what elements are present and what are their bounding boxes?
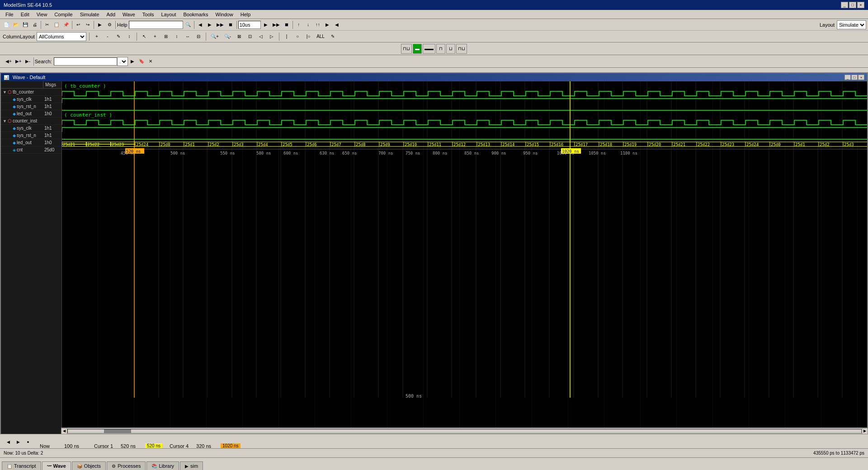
- tb-btn4[interactable]: ⏹: [226, 20, 235, 30]
- compile-btn[interactable]: ▶: [95, 20, 104, 30]
- save-btn[interactable]: 💾: [21, 20, 30, 30]
- wave-btn1[interactable]: ↑: [294, 20, 303, 30]
- wave-ctrl-btn1[interactable]: ◀: [4, 438, 13, 446]
- h-scroll-thumb[interactable]: [104, 429, 131, 433]
- tab-wave[interactable]: 〰 Wave: [42, 461, 71, 470]
- sim-btn[interactable]: ⚙: [105, 20, 114, 30]
- print-btn[interactable]: 🖨: [30, 20, 39, 30]
- stop-btn[interactable]: ⏹: [282, 20, 291, 30]
- help-input[interactable]: [129, 21, 183, 29]
- menu-simulate[interactable]: Simulate: [76, 11, 103, 18]
- shape-btn1[interactable]: ⊓⊔: [401, 44, 412, 54]
- sig-btn5[interactable]: ✎: [328, 32, 337, 42]
- search-bookmark-btn[interactable]: 🔖: [137, 56, 146, 66]
- help-search-btn[interactable]: 🔍: [184, 20, 193, 30]
- runall-btn[interactable]: ▶▶: [271, 20, 282, 30]
- wave-ctrl-btn3[interactable]: ●: [24, 438, 33, 446]
- col-btn3[interactable]: ✎: [114, 32, 123, 42]
- layout-select[interactable]: Simulate Debug: [837, 20, 866, 29]
- svg-text:650 ns: 650 ns: [342, 151, 357, 155]
- pointer-btn[interactable]: ↖: [140, 32, 149, 42]
- tab-sim[interactable]: ▶ sim: [180, 461, 203, 470]
- menu-window[interactable]: Window: [212, 11, 237, 18]
- tab-library[interactable]: 📚 Library: [146, 461, 179, 470]
- open-btn[interactable]: 📂: [11, 20, 20, 30]
- search-input[interactable]: [54, 57, 117, 66]
- cut-btn[interactable]: ✂: [42, 20, 52, 30]
- tab-transcript[interactable]: 📋 Transcript: [2, 461, 41, 470]
- tab-objects[interactable]: 📦 Objects: [72, 461, 106, 470]
- search-nav1[interactable]: ◀+: [4, 56, 14, 66]
- menu-file[interactable]: File: [2, 11, 17, 18]
- wave-btn3[interactable]: ↑↑: [313, 20, 322, 30]
- col-btn1[interactable]: +: [92, 32, 101, 42]
- run-btn[interactable]: ▶: [261, 20, 270, 30]
- undo-btn[interactable]: ↩: [74, 20, 83, 30]
- wave-btn5[interactable]: ◀: [332, 20, 341, 30]
- h-scroll-left[interactable]: ◀: [61, 428, 67, 434]
- insert-btn[interactable]: +: [151, 32, 160, 42]
- menu-layout[interactable]: Layout: [158, 11, 180, 18]
- zoom-full-btn[interactable]: ⊞: [161, 32, 170, 42]
- menu-view[interactable]: View: [33, 11, 51, 18]
- shape-btn3[interactable]: ▬▬: [423, 44, 435, 54]
- new-btn[interactable]: 📄: [2, 20, 11, 30]
- zoom-height-btn[interactable]: ↕: [172, 32, 181, 42]
- shape-btn2[interactable]: ▬: [413, 44, 422, 54]
- copy-btn[interactable]: 📋: [52, 20, 61, 30]
- wave-btn2[interactable]: ↓: [304, 20, 313, 30]
- menu-help[interactable]: Help: [237, 11, 255, 18]
- tb-btn1[interactable]: ◀: [196, 20, 205, 30]
- shape-btn6[interactable]: ⊓⊔: [456, 44, 467, 54]
- menu-add[interactable]: Add: [103, 11, 119, 18]
- maximize-button[interactable]: □: [849, 2, 856, 8]
- sig-btn2[interactable]: ○: [293, 32, 302, 42]
- zoom-fit-btn[interactable]: ⊠: [235, 32, 244, 42]
- search-nav2[interactable]: ▶+: [14, 56, 24, 66]
- menu-tools[interactable]: Tools: [139, 11, 158, 18]
- tb-btn3[interactable]: ▶▶: [215, 20, 226, 30]
- search-label: Search:: [35, 59, 52, 64]
- paste-btn[interactable]: 📌: [61, 20, 71, 30]
- col-layout-select[interactable]: AllColumns: [37, 32, 86, 41]
- close-button[interactable]: ×: [857, 2, 864, 8]
- redo-btn[interactable]: ↪: [83, 20, 92, 30]
- zoom-width-btn[interactable]: ↔: [183, 32, 192, 42]
- tab-processes[interactable]: ⚙ Processes: [107, 461, 146, 470]
- tb-counter-expand[interactable]: ▼: [3, 90, 7, 94]
- tb-btn2[interactable]: ▶: [205, 20, 214, 30]
- wave-maximize-btn[interactable]: □: [851, 75, 858, 80]
- wave-ctrl-btn2[interactable]: ▶: [14, 438, 23, 446]
- snap-btn[interactable]: ⊟: [194, 32, 203, 42]
- sig-btn1[interactable]: |: [282, 32, 291, 42]
- zoom-out-btn[interactable]: 🔍-: [222, 32, 233, 42]
- h-scroll-right[interactable]: ▶: [862, 428, 868, 434]
- shape-btn5[interactable]: ⊔: [446, 44, 455, 54]
- menu-compile[interactable]: Compile: [51, 11, 76, 18]
- svg-text:520 ns: 520 ns: [126, 149, 141, 154]
- col-btn4[interactable]: ↕: [125, 32, 134, 42]
- wave-btn4[interactable]: ▶: [323, 20, 332, 30]
- minimize-button[interactable]: _: [841, 2, 848, 8]
- zoom-sel-btn[interactable]: ⊡: [245, 32, 255, 42]
- counter-inst-expand[interactable]: ▼: [3, 119, 7, 123]
- col-btn2[interactable]: -: [103, 32, 112, 42]
- menu-wave[interactable]: Wave: [119, 11, 139, 18]
- search-type-select[interactable]: ↓: [117, 57, 128, 66]
- wave-close-btn[interactable]: ×: [858, 75, 864, 80]
- sig-btn4[interactable]: ALL: [315, 32, 326, 42]
- time-input[interactable]: [238, 21, 261, 29]
- wave-minimize-btn[interactable]: _: [844, 75, 851, 80]
- menu-edit[interactable]: Edit: [17, 11, 33, 18]
- search-clear-btn[interactable]: ✕: [146, 56, 155, 66]
- zoom-prev-btn[interactable]: ◁: [256, 32, 265, 42]
- waveform-area[interactable]: ( tb_counter ) ( counter_inst ): [62, 81, 867, 437]
- shape-btn4[interactable]: ⊓: [436, 44, 445, 54]
- zoom-next-btn[interactable]: ▷: [267, 32, 276, 42]
- zoom-in-btn[interactable]: 🔍+: [209, 32, 221, 42]
- signal-panel: Msgs ▼ ⬡ tb_counter ◆ sys_clk 1h1: [1, 81, 62, 437]
- sig-btn3[interactable]: |○: [304, 32, 313, 42]
- search-nav3[interactable]: ▶-: [24, 56, 33, 66]
- search-go-btn[interactable]: ▶: [128, 56, 137, 66]
- menu-bookmarks[interactable]: Bookmarks: [180, 11, 212, 18]
